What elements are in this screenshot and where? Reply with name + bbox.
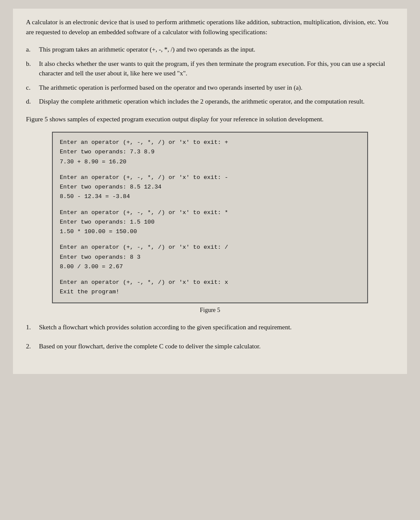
figure-intro-text: Figure 5 shows samples of expected progr… — [26, 114, 394, 124]
terminal-block-5: Enter an operator (+, -, *, /) or 'x' to… — [60, 278, 360, 297]
terminal-block-2: Enter an operator (+, -, *, /) or 'x' to… — [60, 173, 360, 202]
terminal-box-wrapper: Enter an operator (+, -, *, /) or 'x' to… — [52, 132, 368, 314]
question-text: Based on your flowchart, derive the comp… — [39, 341, 394, 351]
spec-letter: a. — [26, 45, 39, 55]
spec-text: The arithmetic operation is performed ba… — [39, 83, 394, 93]
spec-item-d: d.Display the complete arithmetic operat… — [26, 97, 394, 107]
terminal-line: 1.50 * 100.00 = 150.00 — [60, 227, 360, 237]
terminal-box: Enter an operator (+, -, *, /) or 'x' to… — [52, 132, 368, 303]
terminal-line: Enter two operands: 8 3 — [60, 253, 360, 262]
spec-text: This program takes an arithmetic operato… — [39, 45, 394, 55]
question-item-2: 2.Based on your flowchart, derive the co… — [26, 341, 394, 351]
terminal-line: Enter two operands: 7.3 8.9 — [60, 147, 360, 157]
figure-label: Figure 5 — [200, 307, 220, 314]
spec-item-b: b.It also checks whether the user wants … — [26, 59, 394, 78]
terminal-line: Enter an operator (+, -, *, /) or 'x' to… — [60, 173, 360, 182]
terminal-line: 8.50 - 12.34 = -3.84 — [60, 192, 360, 202]
terminal-line: Enter an operator (+, -, *, /) or 'x' to… — [60, 208, 360, 218]
spec-text: It also checks whether the user wants to… — [39, 59, 394, 78]
terminal-line: Enter two operands: 8.5 12.34 — [60, 182, 360, 192]
terminal-line: Enter an operator (+, -, *, /) or 'x' to… — [60, 278, 360, 287]
question-text: Sketch a flowchart which provides soluti… — [39, 322, 394, 332]
terminal-block-1: Enter an operator (+, -, *, /) or 'x' to… — [60, 138, 360, 167]
terminal-line: Exit the program! — [60, 287, 360, 297]
intro-paragraph: A calculator is an electronic device tha… — [26, 17, 394, 37]
terminal-line: Enter an operator (+, -, *, /) or 'x' to… — [60, 243, 360, 252]
terminal-line: 7.30 + 8.90 = 16.20 — [60, 157, 360, 167]
spec-item-c: c.The arithmetic operation is performed … — [26, 83, 394, 93]
terminal-line: 8.00 / 3.00 = 2.67 — [60, 262, 360, 272]
question-number: 1. — [26, 322, 39, 332]
spec-list: a.This program takes an arithmetic opera… — [26, 45, 394, 107]
spec-item-a: a.This program takes an arithmetic opera… — [26, 45, 394, 55]
spec-letter: b. — [26, 59, 39, 69]
questions-section: 1.Sketch a flowchart which provides solu… — [26, 322, 394, 351]
question-number: 2. — [26, 341, 39, 351]
spec-letter: c. — [26, 83, 39, 93]
page-content: A calculator is an electronic device tha… — [13, 9, 407, 374]
terminal-block-4: Enter an operator (+, -, *, /) or 'x' to… — [60, 243, 360, 272]
terminal-block-3: Enter an operator (+, -, *, /) or 'x' to… — [60, 208, 360, 237]
terminal-line: Enter an operator (+, -, *, /) or 'x' to… — [60, 138, 360, 147]
spec-text: Display the complete arithmetic operatio… — [39, 97, 394, 107]
terminal-line: Enter two operands: 1.5 100 — [60, 218, 360, 227]
question-item-1: 1.Sketch a flowchart which provides solu… — [26, 322, 394, 332]
spec-letter: d. — [26, 97, 39, 107]
